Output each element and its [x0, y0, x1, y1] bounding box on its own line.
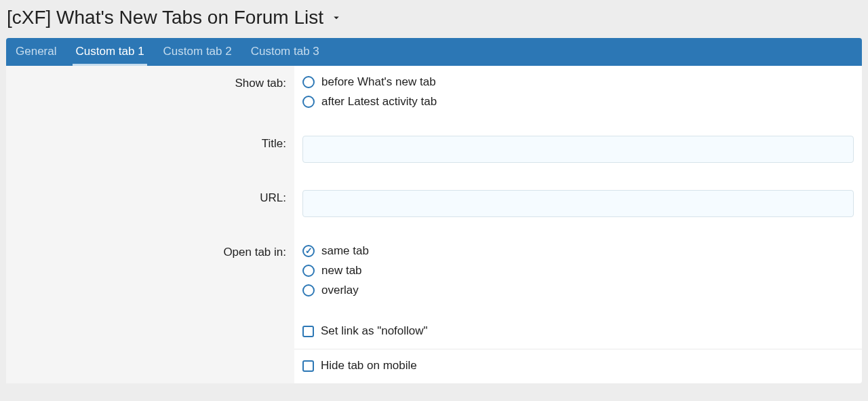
radio-icon — [302, 265, 315, 277]
radio-label: before What's new tab — [321, 75, 436, 89]
radio-icon — [302, 284, 315, 297]
radio-icon-checked — [302, 245, 315, 257]
radio-overlay[interactable]: overlay — [302, 284, 854, 297]
open-tab-in-label: Open tab in: — [6, 235, 294, 315]
radio-label: new tab — [321, 264, 362, 278]
checkbox-hide-mobile[interactable]: Hide tab on mobile — [302, 359, 854, 373]
url-label: URL: — [6, 180, 294, 235]
radio-label: same tab — [321, 244, 369, 258]
checkbox-icon — [302, 360, 314, 372]
radio-icon — [302, 76, 315, 88]
tab-custom-3[interactable]: Custom tab 3 — [241, 38, 329, 66]
checkbox-label: Hide tab on mobile — [321, 359, 417, 373]
radio-show-before[interactable]: before What's new tab — [302, 75, 854, 89]
page-header: [cXF] What's New Tabs on Forum List — [0, 0, 868, 38]
checkbox-nofollow[interactable]: Set link as "nofollow" — [302, 324, 854, 338]
show-tab-label: Show tab: — [6, 66, 294, 126]
radio-new-tab[interactable]: new tab — [302, 264, 854, 278]
radio-show-after[interactable]: after Latest activity tab — [302, 95, 854, 109]
empty-label — [6, 349, 294, 383]
url-input[interactable] — [302, 190, 854, 217]
empty-label — [6, 315, 294, 349]
title-input[interactable] — [302, 136, 854, 163]
caret-down-icon[interactable] — [330, 12, 342, 24]
page-title: [cXF] What's New Tabs on Forum List — [7, 7, 323, 28]
radio-same-tab[interactable]: same tab — [302, 244, 854, 258]
tab-bar: General Custom tab 1 Custom tab 2 Custom… — [6, 38, 862, 66]
checkbox-icon — [302, 326, 314, 337]
radio-label: overlay — [321, 284, 359, 297]
title-label: Title: — [6, 126, 294, 180]
tab-general[interactable]: General — [6, 38, 66, 66]
settings-panel: Show tab: before What's new tab after La… — [6, 66, 862, 383]
radio-icon — [302, 96, 315, 108]
checkbox-label: Set link as "nofollow" — [321, 324, 428, 338]
tab-custom-2[interactable]: Custom tab 2 — [154, 38, 241, 66]
radio-label: after Latest activity tab — [321, 95, 437, 109]
tab-custom-1[interactable]: Custom tab 1 — [66, 38, 153, 66]
